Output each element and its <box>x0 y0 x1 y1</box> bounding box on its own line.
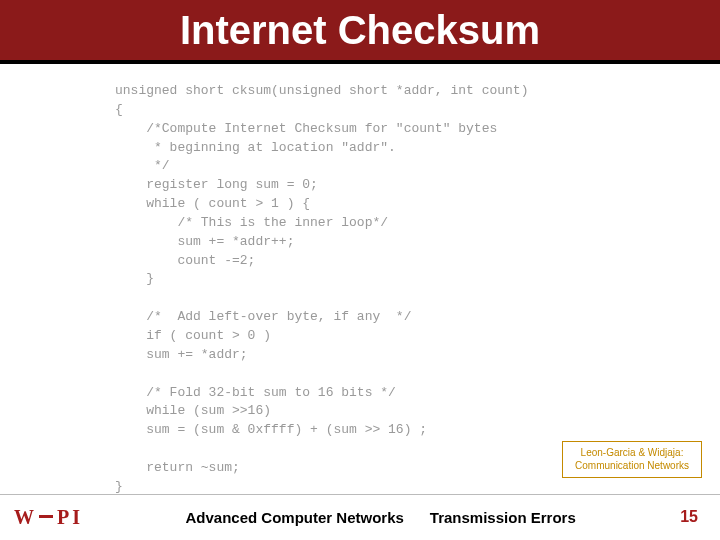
code-block: unsigned short cksum(unsigned short *add… <box>0 64 720 497</box>
footer-text: Advanced Computer NetworksTransmission E… <box>81 509 680 526</box>
slide-footer: WPI Advanced Computer NetworksTransmissi… <box>0 494 720 540</box>
citation-line-1: Leon-Garcia & Widjaja: <box>575 447 689 460</box>
footer-divider <box>0 494 720 495</box>
page-number: 15 <box>680 508 698 526</box>
citation-line-2: Communication Networks <box>575 460 689 473</box>
title-bar: Internet Checksum <box>0 0 720 64</box>
logo-dash-icon <box>39 515 53 518</box>
citation-box: Leon-Garcia & Widjaja: Communication Net… <box>562 441 702 478</box>
wpi-logo: WPI <box>14 506 81 529</box>
footer-topic: Transmission Errors <box>430 509 576 526</box>
slide-title: Internet Checksum <box>180 8 540 53</box>
footer-course: Advanced Computer Networks <box>185 509 403 526</box>
